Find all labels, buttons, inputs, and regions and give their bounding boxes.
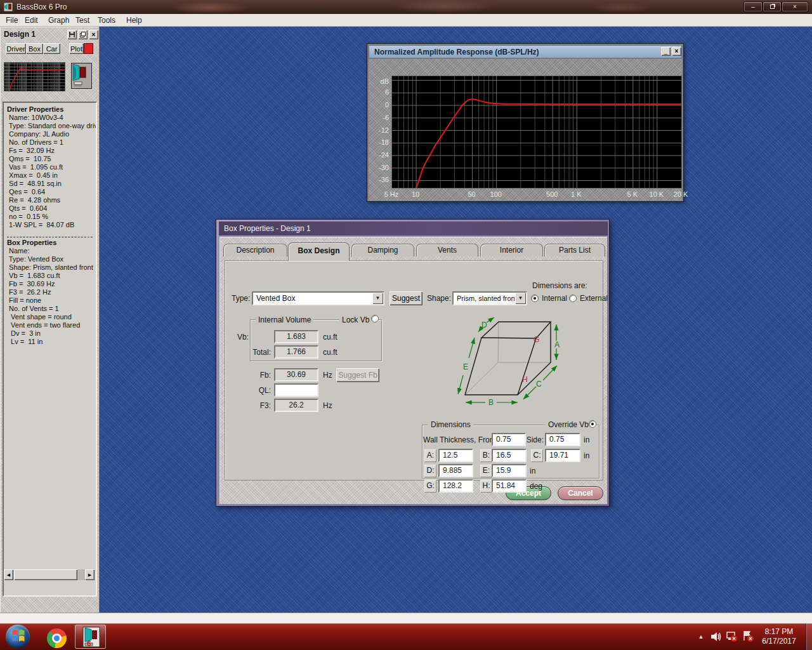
dim-label-e: E [463, 362, 468, 371]
plot-color-swatch[interactable] [84, 43, 93, 54]
menu-tools[interactable]: Tools [96, 15, 117, 25]
plot-thumbnail[interactable] [4, 62, 65, 91]
box-property: Fill = none [7, 296, 96, 305]
external-radio[interactable] [569, 295, 577, 302]
menubar: File Edit Graph Test Tools Help [0, 14, 812, 27]
tab-plot[interactable]: Plot [69, 43, 84, 54]
graph-close-button[interactable]: × [672, 47, 681, 56]
show-desktop-button[interactable] [806, 623, 812, 650]
type-combobox[interactable]: Vented Box ▼ [252, 291, 384, 305]
tab-description[interactable]: Description [223, 244, 287, 256]
menu-file[interactable]: File [4, 15, 20, 25]
box-property: Type: Vented Box [7, 255, 96, 263]
ql-field[interactable] [274, 383, 318, 397]
graph-minimize-button[interactable]: _ [661, 47, 671, 56]
scrollbar-thumb[interactable] [14, 569, 77, 580]
volume-icon[interactable] [710, 631, 723, 642]
ql-label: QL: [252, 386, 271, 395]
internal-radio-label[interactable]: Internal [542, 294, 567, 303]
clock[interactable]: 8:17 PM 6/17/2017 [759, 627, 799, 646]
f3-field[interactable]: 26.2 [274, 399, 318, 412]
tab-parts-list[interactable]: Parts List [544, 244, 605, 256]
tab-box-design[interactable]: Box Design [288, 242, 350, 261]
dim-h-field[interactable]: 51.84 [492, 479, 527, 493]
driver-properties-heading: Driver Properties [7, 105, 96, 114]
properties-panel: Driver Properties Name: 10W0v3-4 Type: S… [3, 102, 97, 597]
x-tick-label: 1 K [571, 190, 582, 198]
override-vb-label[interactable]: Override Vb [546, 420, 591, 429]
lock-vb-radio[interactable] [371, 315, 379, 322]
fb-field[interactable]: 30.69 [274, 368, 318, 381]
close-button[interactable]: × [782, 2, 808, 11]
side-label: Side: [526, 435, 544, 444]
shape-combobox[interactable]: Prism, slanted front ▼ [452, 291, 527, 305]
lock-vb-label[interactable]: Lock Vb [339, 315, 372, 324]
save-design-button[interactable] [67, 30, 77, 39]
dim-d-field[interactable]: 9.885 [438, 464, 473, 477]
scroll-left-button[interactable]: ◀ [4, 569, 13, 580]
dim-a-field[interactable]: 12.5 [438, 449, 473, 462]
graph-titlebar[interactable]: Normalized Amplitude Response (dB-SPL/Hz… [369, 45, 682, 58]
box-property: Lv = 11 in [7, 338, 96, 346]
vb-unit: cu.ft [323, 333, 337, 342]
suggest-fb-button[interactable]: Suggest Fb [336, 368, 379, 382]
chrome-taskbar-icon[interactable] [47, 628, 67, 648]
menu-graph[interactable]: Graph [46, 15, 71, 25]
close-design-button[interactable]: × [89, 30, 98, 39]
shape-label: Shape: [427, 294, 451, 303]
dim-c-field[interactable]: 19.71 [545, 449, 580, 462]
angle-label-h: H [522, 375, 528, 384]
menu-edit[interactable]: Edit [23, 15, 40, 25]
tray-expand-button[interactable]: ▲ [697, 632, 705, 641]
external-radio-label[interactable]: External [580, 294, 608, 303]
override-vb-radio[interactable] [589, 420, 596, 428]
dim-e-field[interactable]: 15.9 [492, 464, 527, 477]
driver-thumbnail[interactable] [71, 63, 92, 89]
dim-b-field[interactable]: 16.5 [492, 449, 527, 462]
y-tick-label: -12 [379, 126, 389, 134]
menu-help[interactable]: Help [124, 15, 144, 25]
action-center-flag-icon[interactable] [742, 630, 754, 642]
total-field[interactable]: 1.766 [274, 345, 318, 359]
type-value: Vented Box [253, 294, 372, 303]
tab-car[interactable]: Car [43, 43, 60, 54]
total-unit: cu.ft [323, 348, 337, 357]
properties-scrollbar[interactable]: ◀ ▶ [4, 569, 95, 580]
internal-radio[interactable] [531, 295, 539, 302]
f3-unit: Hz [323, 401, 332, 410]
vb-field[interactable]: 1.683 [274, 330, 318, 343]
speaker-icon [72, 63, 91, 88]
network-status-icon[interactable] [726, 630, 738, 642]
start-button[interactable] [6, 625, 30, 649]
wall-front-field[interactable]: 0.75 [492, 433, 526, 446]
box-properties-dialog: Box Properties - Design 1 Description Bo… [216, 219, 610, 507]
y-tick-label: -36 [379, 176, 389, 183]
tab-interior[interactable]: Interior [480, 244, 543, 256]
restore-button[interactable] [763, 2, 781, 11]
fb-unit: Hz [323, 371, 332, 380]
dim-g-field[interactable]: 128.2 [438, 479, 473, 493]
chevron-down-icon[interactable]: ▼ [372, 293, 383, 304]
scroll-right-button[interactable]: ▶ [85, 569, 95, 580]
minimize-button[interactable]: – [744, 2, 762, 11]
cancel-button[interactable]: Cancel [558, 486, 603, 500]
menu-test[interactable]: Test [74, 15, 91, 25]
duplicate-design-button[interactable] [78, 30, 88, 39]
tab-vents[interactable]: Vents [416, 244, 478, 256]
tab-driver[interactable]: Driver [6, 43, 26, 54]
dim-label-d: D [481, 321, 487, 329]
bassbox-taskbar-button[interactable]: 6 [75, 625, 106, 649]
chevron-down-icon[interactable]: ▼ [515, 293, 526, 304]
tab-damping[interactable]: Damping [351, 244, 414, 256]
windows-flag-icon [6, 625, 30, 649]
driver-property: Fs = 32.09 Hz [7, 147, 96, 155]
restore-icon [770, 4, 775, 9]
tab-box[interactable]: Box [26, 43, 43, 54]
status-strip [0, 613, 812, 623]
suggest-button[interactable]: Suggest [390, 291, 422, 305]
dimensions-are-label: Dimensions are: [532, 281, 587, 290]
dialog-titlebar[interactable]: Box Properties - Design 1 [219, 222, 608, 235]
driver-property: Qts = 0.604 [7, 204, 96, 213]
save-icon [69, 32, 75, 37]
side-field[interactable]: 0.75 [545, 433, 580, 446]
